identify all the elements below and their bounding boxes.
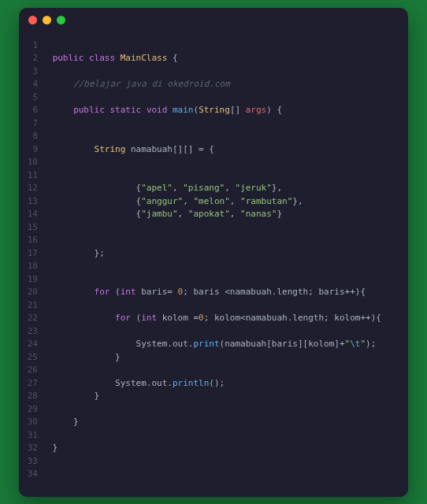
code-line[interactable]: } (47, 442, 381, 455)
token-fn: print (193, 339, 219, 349)
code-line[interactable] (47, 221, 381, 235)
code-line[interactable]: {"jambu", "apokat", "nanas"} (47, 208, 381, 221)
code-line[interactable]: String namabuah[][] = { (47, 143, 381, 157)
code-line[interactable]: public static void main(String[] args) { (47, 104, 381, 117)
code-line[interactable] (47, 364, 381, 377)
maximize-icon[interactable] (57, 16, 65, 24)
code-line[interactable] (47, 169, 381, 183)
token-pn: ( (110, 287, 120, 297)
code-line[interactable]: {"anggur", "melon", "rambutan"}, (47, 195, 381, 209)
token-str: "jeruk" (235, 183, 271, 193)
code-line[interactable]: //belajar java di okedroid.com (47, 78, 381, 91)
line-number: 6 (25, 104, 38, 117)
code-line[interactable] (47, 65, 381, 79)
line-number: 18 (25, 260, 38, 273)
token-pn (47, 287, 95, 297)
token-pn (115, 53, 121, 63)
line-number: 1 (25, 39, 38, 53)
code-line[interactable] (47, 468, 381, 481)
code-line[interactable] (47, 429, 381, 443)
token-kw: int (121, 287, 136, 297)
token-pn: } (47, 443, 58, 453)
token-str: "apel" (141, 183, 173, 193)
token-var: namabuah (131, 144, 173, 154)
token-pn (47, 105, 73, 115)
line-number: 10 (25, 156, 38, 169)
token-kw: public (73, 105, 105, 115)
line-number: 19 (25, 273, 38, 287)
code-editor-window: 1234567891011121314151617181920212223242… (19, 8, 408, 497)
token-pn: [] (230, 105, 246, 115)
token-pn: { (47, 196, 141, 206)
token-str: "rambutan" (240, 196, 292, 206)
code-line[interactable]: } (47, 390, 381, 403)
token-pn (47, 53, 53, 63)
code-line[interactable] (47, 273, 381, 287)
token-kw: class (89, 53, 115, 63)
token-var: ; baris <namabuah.length; baris++){ (183, 287, 366, 297)
code-line[interactable] (47, 299, 381, 313)
code-line[interactable] (47, 117, 381, 131)
line-number: 14 (25, 208, 38, 221)
token-pn: , (178, 209, 188, 219)
line-number: 33 (25, 455, 38, 469)
code-line[interactable]: for (int kolom =0; kolom<namabuah.length… (47, 312, 381, 325)
code-line[interactable]: }; (47, 247, 381, 261)
line-number: 32 (25, 442, 38, 455)
token-pn: { (167, 53, 177, 63)
code-line[interactable] (47, 403, 381, 417)
code-area[interactable]: 1234567891011121314151617181920212223242… (19, 33, 408, 497)
token-pn (141, 105, 147, 115)
code-line[interactable] (47, 130, 381, 143)
code-line[interactable] (47, 325, 381, 339)
code-line[interactable]: System.out.println(); (47, 377, 381, 391)
code-line[interactable] (47, 91, 381, 105)
code-line[interactable]: public class MainClass { (47, 52, 381, 65)
code-line[interactable]: } (47, 351, 381, 365)
code-line[interactable] (47, 260, 381, 273)
token-fn: println (173, 378, 209, 388)
code-line[interactable] (47, 39, 381, 53)
token-pn: { (47, 183, 141, 193)
token-pn: , (230, 209, 240, 219)
line-number: 31 (25, 429, 38, 443)
token-kw: int (141, 313, 157, 323)
line-number: 25 (25, 351, 38, 365)
code-line[interactable]: {"apel", "pisang", "jeruk"}, (47, 182, 381, 195)
token-pn: } (47, 417, 79, 427)
line-number: 9 (25, 143, 38, 157)
code-line[interactable]: } (47, 416, 381, 429)
line-number: 34 (25, 468, 38, 481)
token-var: System.out. (47, 378, 173, 388)
token-kw: void (147, 105, 168, 115)
token-str: "pisang" (183, 183, 225, 193)
token-fn: main (173, 105, 194, 115)
token-cls: MainClass (121, 53, 168, 63)
code-line[interactable] (47, 234, 381, 247)
code-line[interactable] (47, 156, 381, 169)
line-number: 27 (25, 377, 38, 391)
line-number: 11 (25, 169, 38, 183)
line-number: 24 (25, 338, 38, 351)
token-var: ); (366, 339, 376, 349)
token-pn (47, 79, 73, 89)
code-line[interactable]: System.out.print(namabuah[baris][kolom]+… (47, 338, 381, 351)
minimize-icon[interactable] (43, 16, 51, 24)
token-var: (namabuah[baris][kolom]+ (220, 339, 345, 349)
token-cmt: //belajar java di okedroid.com (73, 79, 230, 89)
code-line[interactable]: for (int baris= 0; baris <namabuah.lengt… (47, 286, 381, 299)
line-number: 30 (25, 416, 38, 429)
token-pn: ( (131, 313, 141, 323)
token-kw: public (53, 53, 84, 63)
token-escape: \t (350, 339, 360, 349)
line-number: 3 (25, 65, 38, 79)
close-icon[interactable] (28, 16, 37, 24)
token-pn (125, 144, 131, 154)
token-pn: { (47, 209, 141, 219)
token-pn: , (230, 196, 240, 206)
token-var: System.out. (47, 339, 193, 349)
code-line[interactable] (47, 455, 381, 469)
token-pn: ) { (266, 105, 282, 115)
token-type: String (199, 105, 230, 115)
code-content[interactable]: public class MainClass { //belajar java … (47, 39, 381, 481)
